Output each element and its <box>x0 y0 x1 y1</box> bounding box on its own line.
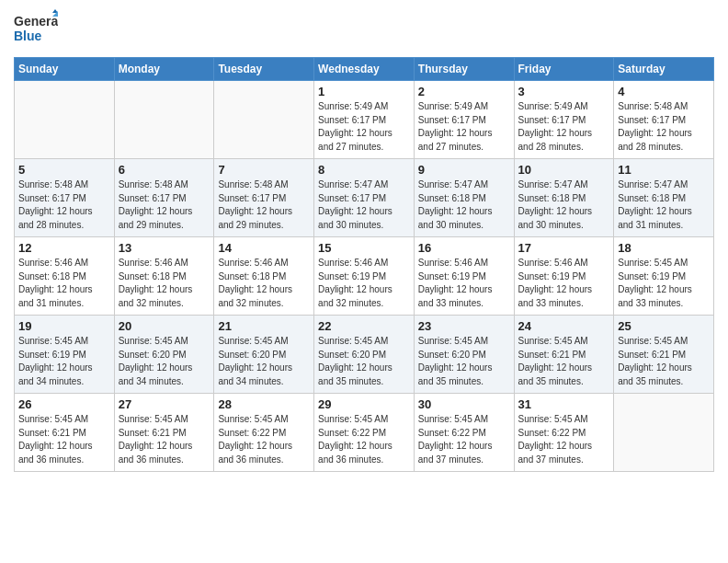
calendar-cell <box>114 81 214 159</box>
day-detail: Sunrise: 5:45 AM Sunset: 6:21 PM Dayligh… <box>618 335 710 388</box>
day-number: 25 <box>618 319 710 333</box>
day-number: 22 <box>318 319 410 333</box>
day-detail: Sunrise: 5:49 AM Sunset: 6:17 PM Dayligh… <box>318 100 410 154</box>
svg-text:General: General <box>14 14 58 29</box>
calendar-cell: 24Sunrise: 5:45 AM Sunset: 6:21 PM Dayli… <box>514 316 614 394</box>
day-number: 11 <box>618 163 710 177</box>
calendar-cell: 25Sunrise: 5:45 AM Sunset: 6:21 PM Dayli… <box>614 316 714 394</box>
calendar-cell: 8Sunrise: 5:47 AM Sunset: 6:17 PM Daylig… <box>314 159 415 237</box>
calendar-cell: 4Sunrise: 5:48 AM Sunset: 6:17 PM Daylig… <box>614 81 714 159</box>
day-detail: Sunrise: 5:45 AM Sunset: 6:21 PM Dayligh… <box>119 413 210 466</box>
calendar-cell: 23Sunrise: 5:45 AM Sunset: 6:20 PM Dayli… <box>414 316 514 394</box>
day-number: 27 <box>119 397 210 411</box>
weekday-header-sunday: Sunday <box>15 58 115 81</box>
calendar-cell: 1Sunrise: 5:49 AM Sunset: 6:17 PM Daylig… <box>314 81 415 159</box>
calendar-cell: 2Sunrise: 5:49 AM Sunset: 6:17 PM Daylig… <box>414 81 514 159</box>
day-detail: Sunrise: 5:45 AM Sunset: 6:19 PM Dayligh… <box>18 335 110 388</box>
weekday-header-row: SundayMondayTuesdayWednesdayThursdayFrid… <box>15 58 714 81</box>
day-number: 21 <box>218 319 310 333</box>
svg-text:Blue: Blue <box>14 29 42 43</box>
day-number: 6 <box>119 163 210 177</box>
calendar-cell: 15Sunrise: 5:46 AM Sunset: 6:19 PM Dayli… <box>314 237 415 316</box>
weekday-header-tuesday: Tuesday <box>214 58 314 81</box>
day-number: 24 <box>518 319 610 333</box>
week-row-1: 1Sunrise: 5:49 AM Sunset: 6:17 PM Daylig… <box>15 81 714 159</box>
calendar-cell <box>614 394 714 472</box>
calendar-cell: 30Sunrise: 5:45 AM Sunset: 6:22 PM Dayli… <box>414 394 514 472</box>
day-detail: Sunrise: 5:45 AM Sunset: 6:19 PM Dayligh… <box>618 257 710 310</box>
calendar-cell: 20Sunrise: 5:45 AM Sunset: 6:20 PM Dayli… <box>114 316 214 394</box>
day-number: 4 <box>618 85 710 98</box>
day-number: 13 <box>119 241 210 255</box>
day-number: 20 <box>119 319 210 333</box>
day-detail: Sunrise: 5:45 AM Sunset: 6:20 PM Dayligh… <box>318 335 410 388</box>
day-number: 10 <box>518 163 610 177</box>
calendar-cell: 13Sunrise: 5:46 AM Sunset: 6:18 PM Dayli… <box>114 237 214 316</box>
week-row-5: 26Sunrise: 5:45 AM Sunset: 6:21 PM Dayli… <box>15 394 714 472</box>
page-header: General Blue <box>14 9 714 50</box>
day-number: 31 <box>518 397 610 411</box>
day-number: 8 <box>318 163 410 177</box>
day-number: 16 <box>418 241 510 255</box>
day-number: 14 <box>218 241 310 255</box>
day-detail: Sunrise: 5:46 AM Sunset: 6:19 PM Dayligh… <box>418 257 510 310</box>
day-number: 15 <box>318 241 410 255</box>
calendar-cell <box>15 81 115 159</box>
day-detail: Sunrise: 5:45 AM Sunset: 6:22 PM Dayligh… <box>218 413 310 466</box>
day-number: 5 <box>18 163 110 177</box>
day-detail: Sunrise: 5:45 AM Sunset: 6:20 PM Dayligh… <box>418 335 510 388</box>
calendar-cell: 18Sunrise: 5:45 AM Sunset: 6:19 PM Dayli… <box>614 237 714 316</box>
calendar-cell: 19Sunrise: 5:45 AM Sunset: 6:19 PM Dayli… <box>15 316 115 394</box>
calendar-cell: 9Sunrise: 5:47 AM Sunset: 6:18 PM Daylig… <box>414 159 514 237</box>
calendar-cell: 7Sunrise: 5:48 AM Sunset: 6:17 PM Daylig… <box>214 159 314 237</box>
logo-svg: General Blue <box>14 9 58 50</box>
day-detail: Sunrise: 5:45 AM Sunset: 6:20 PM Dayligh… <box>218 335 310 388</box>
weekday-header-monday: Monday <box>114 58 214 81</box>
calendar-cell: 14Sunrise: 5:46 AM Sunset: 6:18 PM Dayli… <box>214 237 314 316</box>
calendar-cell: 11Sunrise: 5:47 AM Sunset: 6:18 PM Dayli… <box>614 159 714 237</box>
day-detail: Sunrise: 5:45 AM Sunset: 6:20 PM Dayligh… <box>119 335 210 388</box>
calendar-cell: 29Sunrise: 5:45 AM Sunset: 6:22 PM Dayli… <box>314 394 415 472</box>
day-number: 1 <box>318 85 410 98</box>
calendar-cell: 22Sunrise: 5:45 AM Sunset: 6:20 PM Dayli… <box>314 316 415 394</box>
day-number: 9 <box>418 163 510 177</box>
day-detail: Sunrise: 5:49 AM Sunset: 6:17 PM Dayligh… <box>418 100 510 154</box>
day-detail: Sunrise: 5:47 AM Sunset: 6:18 PM Dayligh… <box>618 178 710 232</box>
week-row-3: 12Sunrise: 5:46 AM Sunset: 6:18 PM Dayli… <box>15 237 714 316</box>
week-row-2: 5Sunrise: 5:48 AM Sunset: 6:17 PM Daylig… <box>15 159 714 237</box>
day-detail: Sunrise: 5:47 AM Sunset: 6:18 PM Dayligh… <box>518 178 610 232</box>
calendar-cell: 26Sunrise: 5:45 AM Sunset: 6:21 PM Dayli… <box>15 394 115 472</box>
day-number: 17 <box>518 241 610 255</box>
day-detail: Sunrise: 5:48 AM Sunset: 6:17 PM Dayligh… <box>618 100 710 154</box>
week-row-4: 19Sunrise: 5:45 AM Sunset: 6:19 PM Dayli… <box>15 316 714 394</box>
day-detail: Sunrise: 5:46 AM Sunset: 6:19 PM Dayligh… <box>318 257 410 310</box>
calendar-cell: 21Sunrise: 5:45 AM Sunset: 6:20 PM Dayli… <box>214 316 314 394</box>
day-detail: Sunrise: 5:46 AM Sunset: 6:18 PM Dayligh… <box>119 257 210 310</box>
day-detail: Sunrise: 5:45 AM Sunset: 6:21 PM Dayligh… <box>518 335 610 388</box>
calendar-cell: 28Sunrise: 5:45 AM Sunset: 6:22 PM Dayli… <box>214 394 314 472</box>
calendar-cell: 5Sunrise: 5:48 AM Sunset: 6:17 PM Daylig… <box>15 159 115 237</box>
day-detail: Sunrise: 5:45 AM Sunset: 6:22 PM Dayligh… <box>418 413 510 466</box>
day-number: 28 <box>218 397 310 411</box>
day-number: 30 <box>418 397 510 411</box>
logo: General Blue <box>14 9 58 50</box>
day-detail: Sunrise: 5:46 AM Sunset: 6:18 PM Dayligh… <box>218 257 310 310</box>
calendar-cell: 6Sunrise: 5:48 AM Sunset: 6:17 PM Daylig… <box>114 159 214 237</box>
day-detail: Sunrise: 5:46 AM Sunset: 6:18 PM Dayligh… <box>18 257 110 310</box>
weekday-header-wednesday: Wednesday <box>314 58 415 81</box>
calendar-cell: 31Sunrise: 5:45 AM Sunset: 6:22 PM Dayli… <box>514 394 614 472</box>
calendar-cell <box>214 81 314 159</box>
day-detail: Sunrise: 5:48 AM Sunset: 6:17 PM Dayligh… <box>218 178 310 232</box>
calendar-table: SundayMondayTuesdayWednesdayThursdayFrid… <box>14 57 714 472</box>
day-detail: Sunrise: 5:45 AM Sunset: 6:22 PM Dayligh… <box>518 413 610 466</box>
calendar-cell: 12Sunrise: 5:46 AM Sunset: 6:18 PM Dayli… <box>15 237 115 316</box>
weekday-header-thursday: Thursday <box>414 58 514 81</box>
calendar-cell: 10Sunrise: 5:47 AM Sunset: 6:18 PM Dayli… <box>514 159 614 237</box>
day-number: 2 <box>418 85 510 98</box>
day-number: 7 <box>218 163 310 177</box>
day-detail: Sunrise: 5:46 AM Sunset: 6:19 PM Dayligh… <box>518 257 610 310</box>
day-detail: Sunrise: 5:47 AM Sunset: 6:17 PM Dayligh… <box>318 178 410 232</box>
calendar-cell: 17Sunrise: 5:46 AM Sunset: 6:19 PM Dayli… <box>514 237 614 316</box>
day-detail: Sunrise: 5:48 AM Sunset: 6:17 PM Dayligh… <box>119 178 210 232</box>
calendar-cell: 27Sunrise: 5:45 AM Sunset: 6:21 PM Dayli… <box>114 394 214 472</box>
